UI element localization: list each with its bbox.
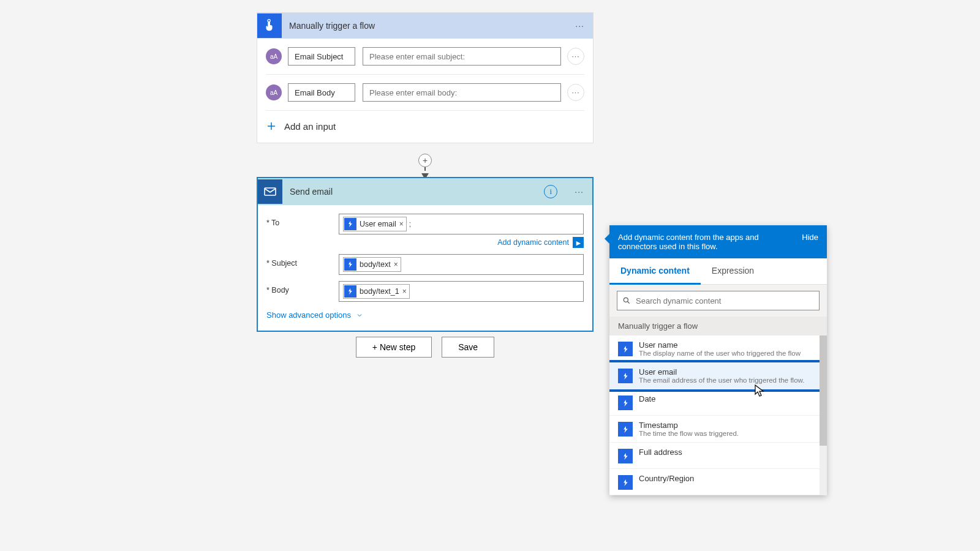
flow-token-icon: [618, 449, 633, 463]
field-to: * To User email × ; Add dynamic content …: [266, 214, 584, 248]
tab-dynamic-content[interactable]: Dynamic content: [609, 258, 701, 285]
subject-input[interactable]: body/text ×: [339, 254, 584, 275]
token-label: body/text: [360, 260, 391, 269]
action-body: * To User email × ; Add dynamic content …: [258, 205, 592, 331]
trigger-body: aA Email Subject ··· aA Email Body ··· A…: [257, 39, 593, 143]
action-card: Send email i ··· * To User email × ;: [257, 177, 594, 332]
info-icon[interactable]: i: [544, 185, 557, 198]
scrollbar-thumb[interactable]: [820, 335, 827, 446]
flow-token-icon: [344, 258, 356, 271]
param-menu-button[interactable]: ···: [567, 48, 584, 65]
dc-item-country-region[interactable]: Country/Region: [609, 469, 827, 495]
save-button[interactable]: Save: [442, 337, 494, 358]
dc-item-user-email[interactable]: User email The email address of the user…: [609, 362, 827, 389]
trigger-menu-button[interactable]: ···: [567, 21, 593, 31]
param-label[interactable]: Email Body: [288, 83, 355, 102]
flow-token-icon: [618, 369, 633, 383]
token-separator: ;: [409, 220, 411, 228]
flow-token-icon: [618, 395, 633, 410]
dc-search-input[interactable]: [631, 296, 814, 305]
text-param-icon: aA: [266, 84, 282, 100]
token-remove-button[interactable]: ×: [402, 287, 407, 296]
token-remove-button[interactable]: ×: [394, 260, 398, 269]
manual-trigger-icon: [257, 13, 282, 38]
dc-list: User name The display name of the user w…: [609, 335, 827, 495]
flow-token-icon: [618, 342, 633, 356]
field-label: * To: [266, 214, 339, 227]
dc-search[interactable]: [617, 291, 820, 310]
add-input-label: Add an input: [284, 121, 336, 132]
action-menu-button[interactable]: ···: [566, 187, 592, 197]
field-label: * Subject: [266, 254, 339, 268]
token-label: body/text_1: [360, 287, 399, 296]
dynamic-content-panel: Add dynamic content from the apps and co…: [609, 225, 827, 495]
trigger-card: Manually trigger a flow ··· aA Email Sub…: [257, 12, 594, 143]
add-input-button[interactable]: Add an input: [266, 111, 584, 143]
action-header[interactable]: Send email i ···: [258, 178, 592, 205]
field-label: * Body: [266, 281, 339, 294]
tab-expression[interactable]: Expression: [701, 258, 765, 284]
token-user-email[interactable]: User email ×: [343, 217, 407, 231]
dynamic-content-toggle-icon: ▸: [573, 237, 584, 248]
param-menu-button[interactable]: ···: [567, 84, 584, 101]
token-body-text[interactable]: body/text ×: [343, 257, 401, 272]
search-icon: [622, 296, 631, 305]
dc-tabs: Dynamic content Expression: [609, 258, 827, 285]
dc-item-full-address[interactable]: Full address: [609, 443, 827, 469]
trigger-param-row: aA Email Subject ···: [266, 39, 584, 75]
hide-panel-button[interactable]: Hide: [802, 233, 818, 242]
show-advanced-options[interactable]: Show advanced options: [266, 310, 584, 320]
dc-item-date[interactable]: Date: [609, 389, 827, 416]
flow-token-icon: [344, 218, 356, 230]
action-title: Send email: [282, 187, 544, 197]
token-body-text-1[interactable]: body/text_1 ×: [343, 284, 410, 299]
svg-rect-1: [265, 188, 276, 195]
send-email-icon: [258, 179, 282, 204]
trigger-param-row: aA Email Body ···: [266, 75, 584, 111]
dc-group-header: Manually trigger a flow: [609, 317, 827, 335]
dc-banner: Add dynamic content from the apps and co…: [609, 225, 827, 258]
trigger-title: Manually trigger a flow: [282, 21, 567, 31]
param-prompt-input[interactable]: [363, 47, 561, 66]
svg-point-2: [624, 298, 628, 302]
connector: +: [416, 154, 434, 179]
field-body: * Body body/text_1 ×: [266, 281, 584, 302]
dc-item-user-name[interactable]: User name The display name of the user w…: [609, 335, 827, 362]
param-label[interactable]: Email Subject: [288, 47, 355, 66]
body-input[interactable]: body/text_1 ×: [339, 281, 584, 302]
field-subject: * Subject body/text ×: [266, 254, 584, 275]
panel-pointer-icon: [605, 234, 609, 244]
insert-step-button[interactable]: +: [418, 154, 432, 167]
to-input[interactable]: User email × ;: [339, 214, 584, 234]
param-prompt-input[interactable]: [363, 83, 561, 102]
text-param-icon: aA: [266, 48, 282, 64]
plus-icon: [266, 121, 277, 132]
bottom-buttons: + New step Save: [257, 337, 594, 358]
trigger-header[interactable]: Manually trigger a flow ···: [257, 13, 593, 39]
chevron-down-icon: [356, 312, 363, 319]
token-remove-button[interactable]: ×: [399, 220, 404, 228]
dc-item-timestamp[interactable]: Timestamp The time the flow was triggere…: [609, 416, 827, 443]
flow-token-icon: [618, 422, 633, 437]
new-step-button[interactable]: + New step: [356, 337, 432, 358]
arrow-icon: [424, 167, 426, 171]
flow-token-icon: [618, 475, 633, 490]
flow-token-icon: [344, 285, 356, 298]
add-dynamic-content-link[interactable]: Add dynamic content ▸: [339, 237, 584, 248]
token-label: User email: [360, 220, 396, 228]
